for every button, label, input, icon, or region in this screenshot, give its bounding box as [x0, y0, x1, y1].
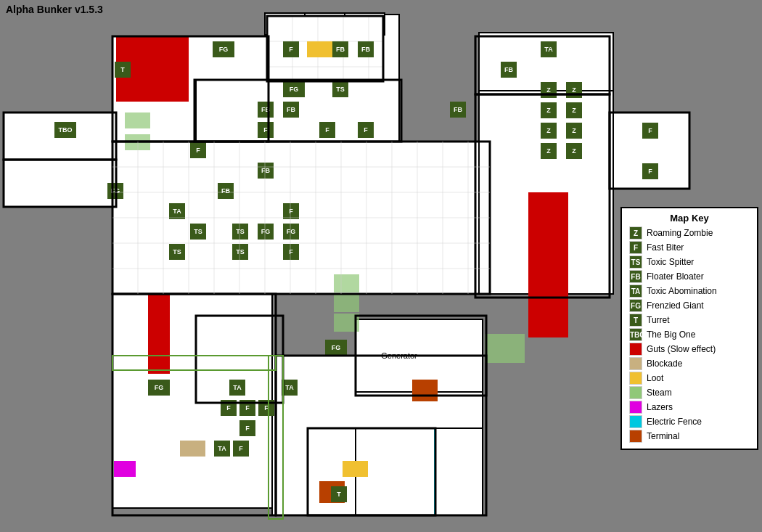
svg-text:Z: Z	[572, 86, 576, 94]
svg-text:TA: TA	[173, 208, 181, 215]
svg-text:FG: FG	[261, 228, 271, 235]
key-label: Toxic Spitter	[647, 257, 694, 267]
key-row: Lazers	[629, 401, 750, 414]
key-row: FFast Biter	[629, 241, 750, 254]
svg-text:TA: TA	[218, 445, 226, 452]
svg-text:F: F	[226, 404, 231, 412]
svg-text:Z: Z	[572, 147, 576, 155]
svg-rect-136	[343, 461, 368, 477]
svg-text:FB: FB	[221, 187, 230, 195]
svg-text:FB: FB	[504, 66, 513, 73]
key-swatch: Z	[629, 226, 642, 240]
svg-text:F: F	[364, 126, 368, 134]
svg-text:FB: FB	[261, 167, 270, 174]
key-swatch: F	[629, 241, 642, 254]
svg-text:T: T	[120, 66, 125, 73]
key-row: TTurret	[629, 314, 750, 327]
key-label: Frenzied Giant	[647, 300, 704, 311]
key-label: Blockade	[647, 359, 682, 369]
key-row: Guts (Slow effect)	[629, 343, 750, 356]
svg-text:FB: FB	[361, 46, 370, 53]
svg-text:FB: FB	[287, 106, 295, 113]
key-label: Floater Bloater	[647, 271, 704, 282]
svg-text:F: F	[289, 248, 293, 255]
key-swatch	[629, 430, 642, 443]
key-label: The Big One	[647, 330, 695, 340]
key-row: TBCThe Big One	[629, 328, 750, 341]
key-label: Terminal	[647, 431, 679, 441]
key-swatch: FG	[629, 299, 642, 312]
svg-rect-107	[148, 294, 170, 374]
svg-text:TS: TS	[173, 248, 181, 255]
svg-rect-127	[180, 441, 205, 457]
key-row: Electric Fence	[629, 415, 750, 428]
key-swatch	[629, 401, 642, 414]
svg-text:FB: FB	[454, 106, 462, 113]
svg-rect-30	[307, 41, 332, 57]
key-swatch	[629, 372, 642, 385]
svg-rect-112	[485, 348, 525, 363]
key-swatch: TBC	[629, 328, 642, 341]
key-label: Turret	[647, 315, 670, 325]
key-swatch	[629, 386, 642, 399]
key-label: Lazers	[647, 402, 673, 412]
svg-text:Z: Z	[572, 107, 576, 114]
svg-text:FG: FG	[155, 384, 164, 391]
svg-rect-111	[485, 334, 525, 348]
svg-text:F: F	[289, 208, 293, 215]
svg-text:F: F	[289, 46, 293, 53]
svg-rect-140	[114, 461, 136, 477]
svg-text:TA: TA	[285, 384, 294, 391]
key-items: ZRoaming ZombieFFast BiterTSToxic Spitte…	[629, 226, 750, 443]
svg-text:TBO: TBO	[59, 126, 73, 134]
svg-text:F: F	[196, 147, 200, 154]
map-key-title: Map Key	[629, 213, 750, 224]
svg-text:F: F	[245, 404, 250, 412]
key-row: Blockade	[629, 357, 750, 370]
svg-text:T: T	[337, 491, 341, 498]
key-label: Toxic Abomination	[647, 286, 717, 296]
key-swatch	[629, 343, 642, 356]
svg-text:Z: Z	[546, 107, 551, 114]
key-row: FBFloater Bloater	[629, 270, 750, 283]
key-swatch	[629, 415, 642, 428]
svg-text:FG: FG	[332, 344, 341, 351]
svg-text:F: F	[245, 425, 250, 432]
key-row: ZRoaming Zombie	[629, 226, 750, 240]
svg-text:F: F	[325, 126, 329, 134]
title: Alpha Bunker v1.5.3	[6, 4, 103, 15]
svg-text:FG: FG	[290, 86, 299, 93]
svg-text:F: F	[263, 126, 268, 134]
key-swatch: TS	[629, 255, 642, 269]
key-row: Loot	[629, 372, 750, 385]
map-key: Map Key ZRoaming ZombieFFast BiterTSToxi…	[620, 207, 758, 450]
svg-rect-101	[125, 112, 150, 128]
svg-text:Z: Z	[546, 127, 551, 134]
svg-rect-135	[412, 380, 438, 401]
svg-text:FG: FG	[219, 46, 229, 53]
svg-rect-109	[334, 294, 359, 312]
svg-text:TS: TS	[336, 86, 345, 93]
svg-text:F: F	[239, 445, 243, 452]
key-swatch: FB	[629, 270, 642, 283]
key-swatch	[629, 357, 642, 370]
svg-text:TS: TS	[194, 228, 202, 235]
key-row: FGFrenzied Giant	[629, 299, 750, 312]
key-label: Roaming Zombie	[647, 228, 713, 238]
svg-text:FG: FG	[287, 228, 296, 235]
key-label: Loot	[647, 373, 663, 383]
key-label: Guts (Slow effect)	[647, 344, 716, 354]
svg-text:TA: TA	[233, 384, 242, 391]
svg-text:F: F	[648, 127, 652, 134]
svg-rect-106	[528, 192, 568, 337]
key-label: Electric Fence	[647, 417, 702, 427]
key-label: Steam	[647, 388, 672, 398]
svg-rect-10	[356, 428, 483, 515]
svg-text:FB: FB	[336, 46, 345, 53]
key-row: Terminal	[629, 430, 750, 443]
key-row: TAToxic Abomination	[629, 285, 750, 298]
key-swatch: TA	[629, 285, 642, 298]
key-row: Steam	[629, 386, 750, 399]
svg-text:Z: Z	[572, 127, 576, 134]
key-row: TSToxic Spitter	[629, 255, 750, 269]
